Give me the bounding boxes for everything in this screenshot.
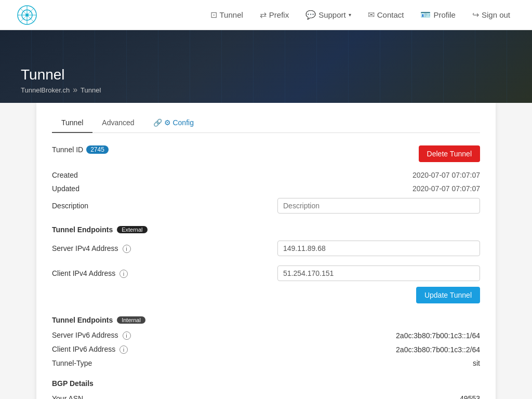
server-ipv6-value: 2a0c:3b80:7b00:1c3::1/64	[396, 331, 480, 340]
support-caret-icon: ▾	[349, 12, 351, 18]
your-asn-label: Your ASN	[52, 394, 156, 399]
breadcrumb-sep: »	[73, 85, 77, 95]
nav-support[interactable]: 💬 Support ▾	[299, 7, 357, 23]
server-ipv4-info-icon[interactable]: i	[123, 245, 131, 253]
client-ipv6-label: Client IPv6 Address i	[52, 345, 156, 354]
client-ipv4-input[interactable]	[277, 265, 480, 281]
tunnel-id-row: Tunnel ID 2745	[52, 145, 109, 154]
profile-nav-icon: 🪪	[420, 10, 431, 20]
tunnel-header-row: Tunnel ID 2745 Delete Tunnel	[52, 145, 480, 162]
nav-signout[interactable]: ↪ Sign out	[466, 7, 516, 23]
hero-banner: Tunnel TunnelBroker.ch » Tunnel	[0, 30, 532, 103]
your-asn-row: Your ASN 49553	[52, 392, 480, 399]
page-title: Tunnel	[21, 67, 101, 83]
nav-prefix[interactable]: ⇄ Prefix	[254, 7, 295, 23]
main-content: Tunnel Advanced 🔗 ⚙ Config Tunnel ID 274…	[36, 103, 496, 399]
tunnel-type-label: Tunnel-Type	[52, 359, 156, 367]
server-ipv4-row: Server IPv4 Address i	[52, 238, 480, 259]
external-endpoints-header: Tunnel Endpoints External	[52, 225, 480, 234]
tab-config[interactable]: 🔗 ⚙ Config	[144, 113, 203, 133]
created-value: 2020-07-07 07:07:07	[413, 171, 480, 179]
updated-row: Updated 2020-07-07 07:07:07	[52, 182, 480, 195]
server-ipv6-info-icon[interactable]: i	[123, 331, 131, 340]
server-ipv4-label: Server IPv4 Address i	[52, 244, 156, 253]
breadcrumb: TunnelBroker.ch » Tunnel	[21, 85, 101, 95]
config-link-icon: 🔗	[153, 118, 162, 127]
external-endpoints-title: Tunnel Endpoints	[52, 225, 113, 234]
internal-badge: Internal	[117, 316, 145, 324]
tunnel-id-badge: 2745	[86, 145, 109, 154]
breadcrumb-home[interactable]: TunnelBroker.ch	[21, 86, 70, 94]
logo[interactable]	[16, 4, 38, 26]
tab-bar: Tunnel Advanced 🔗 ⚙ Config	[52, 113, 480, 133]
client-ipv4-row: Client IPv4 Address i	[52, 263, 480, 284]
updated-value: 2020-07-07 07:07:07	[413, 184, 480, 193]
client-ipv4-label: Client IPv4 Address i	[52, 269, 156, 278]
tunnel-type-value: sit	[473, 359, 480, 367]
bgp-header: BGP Details	[52, 379, 480, 388]
signout-nav-icon: ↪	[472, 10, 479, 20]
nav-links: ⊡ Tunnel ⇄ Prefix 💬 Support ▾ ✉ Contact …	[204, 7, 516, 23]
created-row: Created 2020-07-07 07:07:07	[52, 168, 480, 182]
breadcrumb-current: Tunnel	[81, 86, 101, 94]
delete-tunnel-button[interactable]: Delete Tunnel	[419, 145, 480, 162]
server-ipv6-label: Server IPv6 Address i	[52, 331, 156, 340]
external-badge: External	[117, 226, 147, 233]
navbar: ⊡ Tunnel ⇄ Prefix 💬 Support ▾ ✉ Contact …	[0, 0, 532, 30]
description-input[interactable]	[277, 198, 480, 214]
description-row: Description	[52, 195, 480, 216]
client-ipv4-info-icon[interactable]: i	[119, 270, 128, 278]
client-ipv6-row: Client IPv6 Address i 2a0c:3b80:7b00:1c3…	[52, 342, 480, 356]
support-nav-icon: 💬	[305, 10, 316, 20]
updated-label: Updated	[52, 184, 156, 193]
server-ipv4-input[interactable]	[277, 241, 480, 256]
tab-config-link[interactable]: 🔗 ⚙ Config	[153, 118, 194, 127]
tunnel-type-row: Tunnel-Type sit	[52, 356, 480, 370]
update-btn-row: Update Tunnel	[52, 284, 480, 307]
nav-tunnel[interactable]: ⊡ Tunnel	[204, 7, 249, 23]
internal-endpoints-title: Tunnel Endpoints	[52, 316, 113, 324]
client-ipv6-info-icon[interactable]: i	[119, 345, 128, 354]
nav-profile[interactable]: 🪪 Profile	[414, 7, 462, 23]
internal-endpoints-header: Tunnel Endpoints Internal	[52, 316, 480, 324]
prefix-nav-icon: ⇄	[260, 10, 267, 20]
update-tunnel-button[interactable]: Update Tunnel	[416, 287, 480, 303]
description-label: Description	[52, 202, 156, 210]
tunnel-id-label: Tunnel ID	[52, 145, 83, 154]
created-label: Created	[52, 171, 156, 179]
client-ipv6-value: 2a0c:3b80:7b00:1c3::2/64	[396, 345, 480, 354]
bgp-title: BGP Details	[52, 379, 94, 388]
hero-text: Tunnel TunnelBroker.ch » Tunnel	[21, 67, 101, 95]
your-asn-value: 49553	[460, 394, 480, 399]
tunnel-nav-icon: ⊡	[210, 10, 217, 20]
contact-nav-icon: ✉	[368, 10, 375, 20]
tab-tunnel[interactable]: Tunnel	[52, 113, 92, 133]
server-ipv6-row: Server IPv6 Address i 2a0c:3b80:7b00:1c3…	[52, 328, 480, 342]
nav-contact[interactable]: ✉ Contact	[362, 7, 410, 23]
tab-advanced[interactable]: Advanced	[92, 113, 143, 133]
